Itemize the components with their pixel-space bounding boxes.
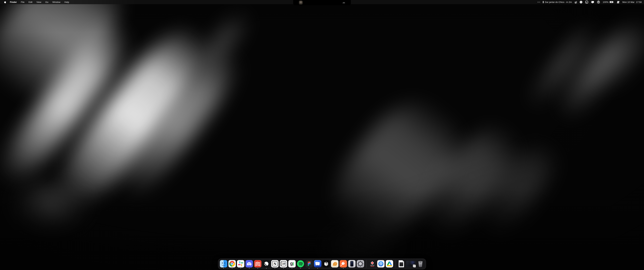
granola-cursor [293,262,294,266]
menu-bar-left: Finder File Edit View Go Window Help [0,0,71,4]
1password-icon[interactable] [597,1,600,4]
menu-bar-status: Dar jantar do Chico · in 2m g [538,1,644,4]
running-indicator [249,268,250,269]
menu-go[interactable]: Go [43,0,50,4]
dock-item-1password[interactable] [377,260,384,267]
notch-now-playing [293,0,351,5]
granola-icon: g [288,260,296,267]
notion-calendar-badge: 10 [413,265,416,267]
notion-glyph: N [274,262,276,266]
battery-status[interactable]: 100% [603,1,614,3]
running-indicator [317,268,318,269]
figma-icon [306,260,313,267]
display-icon[interactable] [591,1,594,4]
battery-percent: 100% [603,1,608,3]
dock-item-document-file[interactable] [398,260,405,267]
dock-item-spotify[interactable] [297,260,304,267]
gear-icon [357,260,364,267]
dock-separator [366,260,366,268]
now-playing-album-art[interactable] [299,1,303,5]
dock-item-slack[interactable] [237,260,244,267]
running-indicator [274,268,275,269]
menu-file[interactable]: File [19,0,26,4]
running-indicator [300,268,301,269]
dock-background: N 10 g [218,258,426,269]
desktop-wallpaper [0,0,644,270]
iphone-mirroring-icon [348,260,356,267]
notion-calendar-icon: 10 [280,260,287,267]
dock: N 10 g [218,258,426,269]
dock-item-notion-calendar[interactable]: 10 [280,260,287,267]
granola-cursor [576,1,577,3]
badge-date: 10 [414,265,415,267]
menu-bar-clock[interactable]: Mon 10 Mar 17:58 [622,1,642,3]
audio-visualizer-icon [343,2,345,3]
reminder-color-bar-icon [543,1,544,3]
dock-separator [395,260,396,268]
app-menu-finder[interactable]: Finder [8,0,19,4]
dock-item-notion[interactable]: N [271,260,278,267]
dock-item-granola[interactable]: g [288,260,296,267]
slack-icon [237,260,244,267]
menu-window[interactable]: Window [50,0,62,4]
dock-item-iphone-mirroring[interactable] [348,260,356,267]
dock-item-chrome[interactable] [228,260,236,267]
apple-menu[interactable] [2,1,8,3]
spotify-icon [297,260,304,267]
running-indicator [232,268,232,269]
desktop: Finder File Edit View Go Window Help Dar… [0,0,644,270]
dock-item-figma[interactable] [306,260,313,267]
dock-item-system-settings[interactable] [357,260,364,267]
raycast-wordmark: raycast [370,265,374,266]
discord-icon [246,260,253,267]
trash-icon [417,260,424,267]
running-indicator [266,268,267,269]
wallpaper-vignette [0,0,644,270]
raycast-logo [371,261,374,265]
raycast-underline [370,266,374,267]
clock-time: 17:58 [636,1,642,3]
google-drive-icon [386,260,393,267]
running-indicator [283,268,284,269]
reminder-text: Dar jantar do Chico · in 2m [545,1,572,3]
dock-item-postgres[interactable] [331,260,338,267]
todoist-icon [254,260,262,267]
granola-glyph: g [575,1,576,3]
notion-calendar-date: 10 [282,262,285,265]
running-indicator [223,268,224,269]
control-center-icon[interactable] [617,1,620,3]
notion-icon: N [271,260,278,267]
menu-help[interactable]: Help [62,0,71,4]
raycast-icon: raycast [368,260,376,267]
dock-item-postman[interactable] [340,260,347,267]
dock-item-google-drive[interactable] [386,260,393,267]
dock-item-minimized-window[interactable]: 10 [406,261,416,267]
linear-icon [263,260,270,267]
dock-item-discord[interactable] [246,260,253,267]
postman-icon [340,260,347,267]
dock-item-linear[interactable] [263,260,270,267]
running-indicator [309,268,310,269]
dock-item-todoist[interactable] [254,260,262,267]
overflow-dots-icon[interactable] [538,2,540,2]
chrome-icon [228,260,236,267]
menu-view[interactable]: View [34,0,43,4]
finder-icon [220,260,227,267]
granola-menu-icon[interactable]: g [575,1,577,3]
apple-logo-icon [4,1,6,3]
dock-item-craft[interactable] [314,260,321,267]
dock-item-cube-3d-app[interactable] [322,260,330,267]
running-indicator [240,268,241,269]
dock-item-trash[interactable] [417,260,424,267]
granola-glyph: g [290,261,293,266]
reminder-item[interactable]: Dar jantar do Chico · in 2m [543,1,572,3]
cube-3d-icon [322,260,330,267]
document-preview [400,262,403,266]
menu-edit[interactable]: Edit [26,0,34,4]
1password-dock-icon [377,260,384,267]
dock-item-raycast[interactable]: raycast [368,260,376,267]
dock-item-finder[interactable] [220,260,227,267]
flower-icon[interactable] [580,1,582,4]
running-indicator [292,268,292,269]
pointer-squircle-icon[interactable] [585,1,588,4]
